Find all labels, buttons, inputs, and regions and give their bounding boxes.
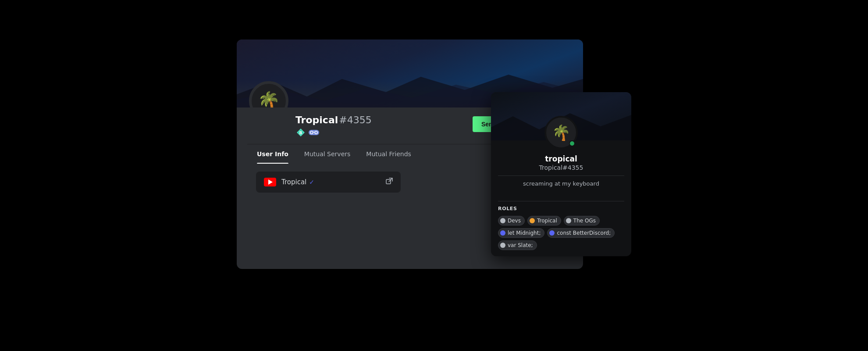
roles-section: ROLES DevsTropicalThe OGslet Midnight;co… xyxy=(491,201,631,256)
popup-status-text: screaming at my keyboard xyxy=(498,180,624,187)
popup-profile-card: 🌴 tropical Tropical#4355 screaming at my… xyxy=(491,92,631,256)
badges-row: B xyxy=(295,127,372,138)
role-name: Tropical xyxy=(537,218,557,224)
youtube-play-icon xyxy=(268,179,273,185)
role-name: Devs xyxy=(508,218,521,224)
role-name: var Slate; xyxy=(508,242,533,248)
connection-username: Tropical xyxy=(281,178,306,186)
role-badge: Tropical xyxy=(527,216,561,226)
verified-check-icon: ✓ xyxy=(309,179,314,186)
role-name: const BetterDiscord; xyxy=(557,230,611,236)
youtube-icon xyxy=(264,178,276,186)
scene: 🌴 Tropical#4355 B xyxy=(237,39,631,312)
popup-display-name: Tropical#4355 xyxy=(498,164,624,171)
role-dot xyxy=(500,243,505,248)
tab-mutual-servers[interactable]: Mutual Servers xyxy=(296,144,358,164)
username-area: Tropical#4355 B xyxy=(295,115,372,138)
username-name: Tropical xyxy=(295,115,338,125)
role-name: The OGs xyxy=(573,218,596,224)
svg-point-8 xyxy=(311,132,313,133)
avatar-circle: 🌴 xyxy=(249,81,288,107)
popup-avatar: 🌴 xyxy=(544,116,578,149)
username-discriminator: #4355 xyxy=(339,115,371,125)
role-dot xyxy=(566,218,571,223)
username-display: Tropical#4355 xyxy=(295,115,372,125)
tab-mutual-friends[interactable]: Mutual Friends xyxy=(358,144,419,164)
popup-avatar-emoji: 🌴 xyxy=(552,124,570,141)
role-dot xyxy=(500,230,505,236)
external-link-icon[interactable] xyxy=(386,178,393,186)
popup-avatar-status xyxy=(569,140,575,147)
connection-item-youtube: Tropical ✓ xyxy=(256,172,401,193)
connection-name: Tropical ✓ xyxy=(281,178,314,186)
roles-label: ROLES xyxy=(498,206,624,211)
svg-text:B: B xyxy=(299,131,302,135)
role-dot xyxy=(500,218,505,223)
role-dot xyxy=(530,218,535,223)
role-badge: let Midnight; xyxy=(498,228,544,238)
role-badge: The OGs xyxy=(564,216,600,226)
tab-user-info[interactable]: User Info xyxy=(249,144,296,164)
nitro-badge xyxy=(309,127,319,138)
popup-username: tropical xyxy=(498,154,624,163)
connection-left: Tropical ✓ xyxy=(264,178,314,186)
role-badge: Devs xyxy=(498,216,525,226)
role-badge: const BetterDiscord; xyxy=(547,228,615,238)
hypesquad-badge: B xyxy=(295,127,306,138)
role-name: let Midnight; xyxy=(508,230,541,236)
roles-list: DevsTropicalThe OGslet Midnight;const Be… xyxy=(498,216,624,250)
role-badge: var Slate; xyxy=(498,240,537,250)
svg-rect-10 xyxy=(313,132,315,133)
role-dot xyxy=(549,230,555,236)
avatar-emoji: 🌴 xyxy=(257,90,280,108)
popup-divider-1 xyxy=(498,176,624,176)
popup-body: tropical Tropical#4355 screaming at my k… xyxy=(491,140,631,201)
svg-point-9 xyxy=(315,132,317,133)
avatar-area: 🌴 xyxy=(249,81,288,107)
popup-banner: 🌴 xyxy=(491,92,631,140)
